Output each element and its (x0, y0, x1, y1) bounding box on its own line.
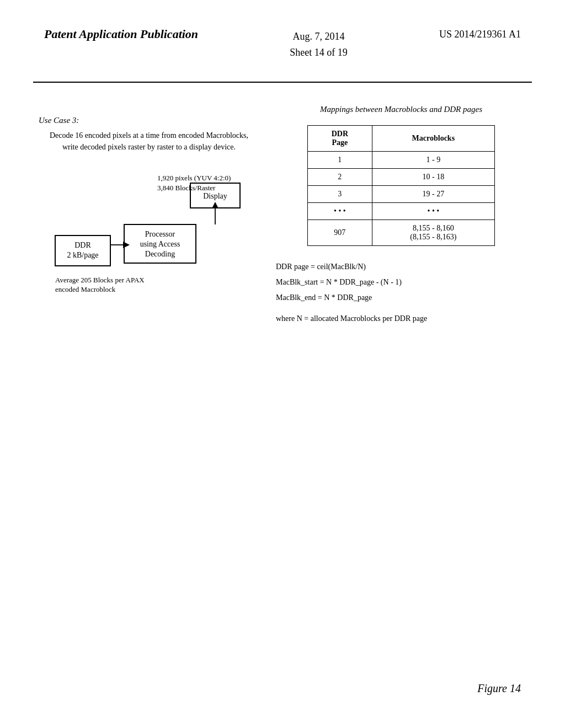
svg-text:3,840 Blocks/Raster: 3,840 Blocks/Raster (157, 184, 216, 192)
use-case-title: Use Case 3: (33, 116, 265, 125)
publication-label: Patent Application Publication (44, 26, 198, 42)
table-row: 1 1 - 9 (308, 152, 495, 169)
svg-text:2 kB/page: 2 kB/page (67, 251, 98, 259)
svg-text:1,920 pixels (YUV 4:2:0): 1,920 pixels (YUV 4:2:0) (157, 174, 231, 182)
formula2: MacBlk_start = N * DDR_page - (N - 1) (276, 275, 532, 290)
formula3: MacBlk_end = N * DDR_page (276, 290, 532, 306)
macroblocks-907: 8,155 - 8,160(8,155 - 8,163) (372, 220, 494, 246)
table-row: 907 8,155 - 8,160(8,155 - 8,163) (308, 220, 495, 246)
desc-line2: write decoded pixels raster by raster to… (62, 143, 236, 151)
col-header-macroblocks: Macroblocks (372, 126, 494, 152)
svg-text:Display: Display (203, 192, 227, 200)
figure-caption: Figure 14 (477, 682, 521, 695)
macroblocks-3: 19 - 27 (372, 186, 494, 203)
svg-text:DDR: DDR (74, 241, 91, 249)
use-case-description: Decode 16 encoded pixels at a time from … (33, 130, 265, 153)
right-section: Mappings between Macroblocks and DDR pag… (270, 105, 532, 326)
col-header-ddr: DDRPage (308, 126, 372, 152)
main-content: Use Case 3: Decode 16 encoded pixels at … (33, 94, 532, 695)
header-patent: US 2014/219361 A1 (439, 26, 521, 40)
ddr-page-907: 907 (308, 220, 372, 246)
ddr-page-1: 1 (308, 152, 372, 169)
svg-text:using Access: using Access (140, 240, 180, 248)
table-row: 2 10 - 18 (308, 169, 495, 186)
macroblocks-dots: • • • (372, 203, 494, 220)
svg-text:Processor: Processor (145, 230, 175, 238)
formula1: DDR page = ceil(MacBlk/N) (276, 259, 532, 275)
desc-line1: Decode 16 encoded pixels at a time from … (50, 131, 248, 140)
left-section: Use Case 3: Decode 16 encoded pixels at … (33, 116, 265, 324)
header-date: Aug. 7, 2014 (293, 31, 345, 42)
ddr-page-2: 2 (308, 169, 372, 186)
page-header: Patent Application Publication Aug. 7, 2… (0, 26, 565, 61)
table-row: 3 19 - 27 (308, 186, 495, 203)
ddr-table: DDRPage Macroblocks 1 1 - 9 2 10 - 18 3 … (307, 125, 495, 246)
header-sheet: Sheet 14 of 19 (290, 47, 347, 58)
ddr-page-3: 3 (308, 186, 372, 203)
ddr-page-dots: • • • (308, 203, 372, 220)
flow-diagram-svg: DDR 2 kB/page Processor using Access Dec… (44, 169, 254, 324)
macroblocks-2: 10 - 18 (372, 169, 494, 186)
formula-section: DDR page = ceil(MacBlk/N) MacBlk_start =… (270, 259, 532, 326)
flow-diagram: DDR 2 kB/page Processor using Access Dec… (44, 169, 254, 324)
svg-text:Average 205 Blocks per APAX: Average 205 Blocks per APAX (55, 276, 145, 284)
svg-text:Decoding: Decoding (145, 250, 175, 258)
table-row: • • • • • • (308, 203, 495, 220)
header-date-sheet: Aug. 7, 2014 Sheet 14 of 19 (290, 26, 347, 61)
macroblocks-1: 1 - 9 (372, 152, 494, 169)
formula4: where N = allocated Macroblocks per DDR … (276, 311, 532, 326)
svg-text:encoded Macroblock: encoded Macroblock (55, 285, 116, 293)
mappings-title: Mappings between Macroblocks and DDR pag… (270, 105, 532, 114)
header-divider (33, 82, 532, 83)
